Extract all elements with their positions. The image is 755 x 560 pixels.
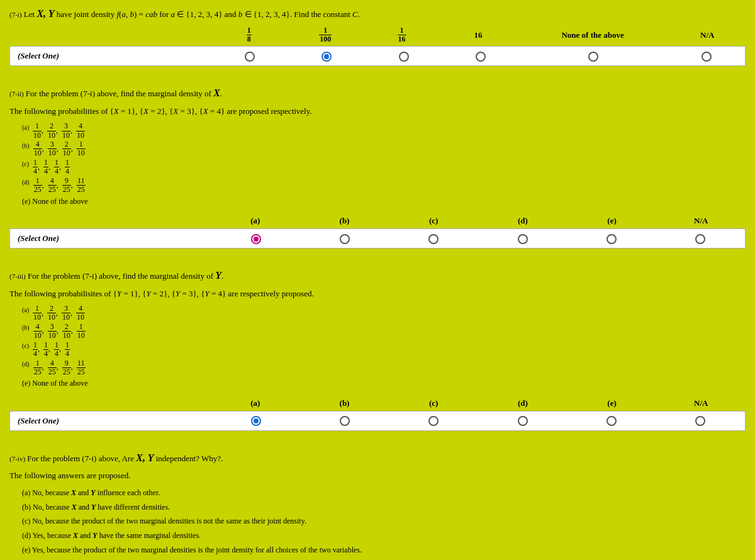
q7i-select-label: (Select One) (10, 47, 211, 65)
q7ii-radio-na[interactable] (656, 231, 745, 247)
q7iii-proposed-b: (b) 410, 310, 210, 110 (22, 322, 746, 340)
q7i-radio-2-circle[interactable] (322, 52, 332, 62)
q7ii-select-row: (Select One) (9, 228, 746, 249)
divider-2 (9, 260, 746, 267)
q7i-opt-2-header: 1100 (287, 26, 363, 43)
q7i-radio-4-circle[interactable] (476, 52, 486, 62)
q7i-options-header: 18 1100 116 16 None of the above N/A (9, 24, 746, 46)
q7ii-proposed-b: (b) 410, 310, 210, 110 (22, 140, 746, 158)
q7iv-proposed-a: (a) No, because X and Y influence each o… (22, 486, 746, 500)
q7i-frac-1-100: 1100 (319, 26, 332, 43)
q7iii-radio-b[interactable] (300, 413, 389, 428)
q7iv-intro2: The following answers are proposed. (9, 469, 746, 483)
q7i-frac-1-16: 116 (398, 26, 406, 43)
q7iii-proposed-a: (a) 110, 210, 310, 410 (22, 305, 746, 322)
q7ii-opt-na-header: N/A (656, 216, 746, 226)
q7iii-radio-na-circle[interactable] (695, 416, 705, 426)
q7iii-proposed-d: (d) 125, 425, 925, 1125 (22, 359, 746, 376)
q7i-opt-3-header: 116 (364, 26, 440, 43)
question-7i-header: (7-i) Let X, Y have joint density f(a, b… (9, 6, 746, 21)
q7iv-intro1: (7-iv) For the problem (7-i) above, Are … (9, 450, 746, 466)
q7ii-select-label: (Select One) (10, 230, 211, 247)
q7i-radio-3-circle[interactable] (399, 52, 409, 62)
q7iii-radio-a[interactable] (211, 413, 300, 428)
question-7iii: (7-iii) For the problem (7-i) above, fin… (9, 267, 746, 431)
q7i-opt-na-header: N/A (669, 30, 746, 40)
q7iii-math-y: Y (215, 270, 221, 281)
q7i-radio-na-circle[interactable] (702, 52, 712, 62)
q7ii-proposed-a: (a) 110, 210, 310, 410 (22, 122, 746, 140)
q7iii-options-header: (a) (b) (c) (d) (e) N/A (9, 396, 746, 411)
divider-1 (9, 77, 746, 85)
q7i-radio-1[interactable] (211, 48, 288, 64)
q7i-select-row: (Select One) (9, 46, 746, 66)
q7i-opt-4-header: 16 (440, 30, 516, 40)
q7iii-radio-d[interactable] (478, 413, 567, 428)
question-7iv: (7-iv) For the problem (7-i) above, Are … (9, 450, 746, 560)
q7ii-opt-d-header: (d) (478, 216, 568, 226)
q7ii-opt-e-header: (e) (568, 216, 657, 226)
q7ii-radio-b[interactable] (300, 231, 389, 247)
q7iii-radio-a-circle[interactable] (251, 416, 261, 426)
q7iv-proposed-c: (c) No, because the product of the two m… (22, 515, 746, 529)
q7iii-select-row: (Select One) (9, 411, 746, 431)
question-7i: (7-i) Let X, Y have joint density f(a, b… (9, 6, 746, 66)
q7ii-radio-e-circle[interactable] (607, 234, 617, 244)
q7iii-radio-e[interactable] (567, 413, 656, 428)
q7iii-radio-e-circle[interactable] (607, 416, 617, 426)
q7ii-proposed-c: (c) 14, 14, 14, 14 (22, 159, 746, 176)
page-container: (7-i) Let X, Y have joint density f(a, b… (0, 0, 755, 560)
q7iii-radio-na[interactable] (656, 413, 745, 428)
q7iii-opt-d-header: (d) (478, 398, 568, 408)
divider-3 (9, 442, 746, 450)
q7iii-proposed-c: (c) 14, 14, 14, 14 (22, 340, 746, 358)
q7ii-radio-d[interactable] (478, 231, 567, 247)
q7i-opt-none-header: None of the above (517, 30, 669, 40)
q7i-radio-na[interactable] (668, 48, 745, 64)
q7iii-intro1: (7-iii) For the problem (7-i) above, fin… (9, 267, 746, 284)
q7ii-options-header: (a) (b) (c) (d) (e) N/A (9, 213, 746, 228)
q7iii-opt-na-header: N/A (656, 398, 746, 408)
q7ii-radio-b-circle[interactable] (340, 234, 350, 244)
q7iii-opt-b-header: (b) (300, 398, 389, 408)
q7ii-radio-na-circle[interactable] (695, 234, 705, 244)
q7iv-math-xy: X, Y (136, 452, 154, 463)
q7i-radio-none[interactable] (519, 48, 668, 64)
q7ii-radio-d-circle[interactable] (518, 234, 528, 244)
question-7i-label: (7-i) (9, 11, 22, 18)
q7iv-proposed-b: (b) No, because X and Y have different d… (22, 501, 746, 515)
q7iii-select-label: (Select One) (10, 412, 211, 430)
q7ii-math-x: X (213, 87, 220, 98)
q7i-math-xy: X, Y (36, 8, 54, 19)
q7ii-radio-c[interactable] (389, 231, 478, 247)
q7ii-intro2: The following probabilities of {X = 1}, … (9, 105, 746, 118)
q7iv-proposed-list: (a) No, because X and Y influence each o… (22, 486, 746, 557)
q7i-opt-1-header: 18 (211, 26, 287, 43)
q7i-radio-2[interactable] (288, 48, 365, 64)
q7iii-radio-b-circle[interactable] (340, 416, 350, 426)
q7iii-radio-c[interactable] (389, 413, 478, 428)
q7i-radio-4[interactable] (442, 48, 519, 64)
q7iii-opt-e-header: (e) (568, 398, 657, 408)
q7iii-intro2: The following probabilisites of {Y = 1},… (9, 288, 746, 301)
q7iii-opt-a-header: (a) (211, 398, 300, 408)
q7iii-radio-c-circle[interactable] (428, 416, 439, 426)
q7i-radio-3[interactable] (366, 48, 442, 64)
q7ii-radio-e[interactable] (567, 231, 656, 247)
q7ii-radio-a-circle[interactable] (251, 234, 261, 244)
q7ii-radio-c-circle[interactable] (428, 234, 439, 244)
question-7ii: (7-ii) For the problem (7-i) above, find… (9, 85, 746, 249)
q7iii-proposed-e: (e) None of the above (22, 377, 746, 391)
q7ii-opt-b-header: (b) (300, 216, 389, 226)
q7iii-radio-d-circle[interactable] (518, 416, 528, 426)
q7ii-radio-a[interactable] (211, 231, 300, 247)
q7ii-proposed-list: (a) 110, 210, 310, 410 (b) 410, 310, 210… (22, 122, 746, 208)
q7i-radio-1-circle[interactable] (245, 52, 255, 62)
q7ii-opt-a-header: (a) (211, 216, 300, 226)
q7iv-proposed-e: (e) Yes, because the product of the two … (22, 544, 746, 557)
q7ii-intro1: (7-ii) For the problem (7-i) above, find… (9, 85, 746, 101)
q7iv-proposed-d: (d) Yes, because X and Y have the same m… (22, 529, 746, 543)
q7iii-proposed-list: (a) 110, 210, 310, 410 (b) 410, 310, 210… (22, 305, 746, 391)
q7iii-opt-c-header: (c) (389, 398, 478, 408)
q7i-radio-none-circle[interactable] (588, 52, 598, 62)
